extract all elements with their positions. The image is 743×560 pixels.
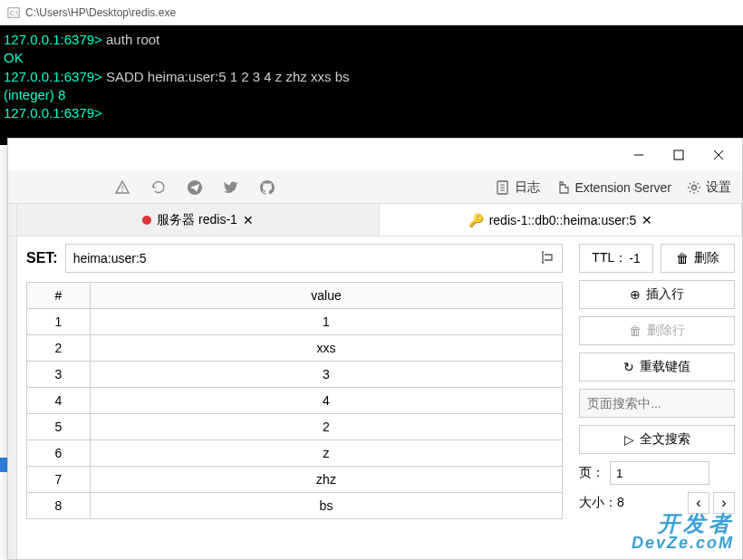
table-row[interactable]: 2xxs: [27, 335, 563, 362]
gear-icon: [686, 179, 702, 196]
tabs-bar: 服务器 redis-1 ✕ 🔑 redis-1::db0::heima:user…: [8, 204, 742, 237]
next-page-button[interactable]: ›: [713, 492, 735, 514]
delete-key-button[interactable]: 🗑 删除: [661, 244, 735, 273]
page-input[interactable]: [610, 461, 709, 485]
terminal-icon: C:\: [7, 6, 20, 19]
table-row[interactable]: 6z: [27, 440, 563, 467]
svg-text:C:\: C:\: [10, 9, 18, 15]
left-gutter: [8, 237, 17, 559]
key-icon: 🔑: [468, 213, 484, 227]
ttl-label: TTL：: [592, 250, 627, 266]
page-row: 页：: [579, 461, 735, 485]
tab-server[interactable]: 服务器 redis-1 ✕: [17, 204, 380, 236]
twitter-icon[interactable]: [223, 179, 239, 196]
svg-point-7: [121, 190, 123, 192]
reload-icon: ↻: [623, 360, 634, 374]
table-row[interactable]: 33: [27, 362, 563, 388]
prev-page-button[interactable]: ‹: [688, 492, 709, 514]
delete-row-button[interactable]: 🗑 删除行: [579, 316, 735, 345]
refresh-icon[interactable]: [150, 179, 167, 196]
terminal-titlebar: C:\ C:\Users\HP\Desktop\redis.exe: [0, 0, 743, 25]
toolbar: 日志 Extension Server 设置: [8, 171, 742, 204]
table-row[interactable]: 7zhz: [27, 467, 563, 493]
tab-server-label: 服务器 redis-1: [157, 212, 237, 228]
table-row[interactable]: 8bs: [27, 493, 563, 519]
key-name-input[interactable]: heima:user:5: [65, 244, 563, 273]
telegram-icon[interactable]: [187, 179, 203, 196]
warning-icon[interactable]: [114, 179, 130, 196]
page-label: 页：: [579, 465, 604, 481]
page-search-input[interactable]: [579, 389, 735, 418]
fulltext-label: 全文搜索: [640, 431, 690, 448]
size-nav-row: 大小：8 ‹ ›: [579, 492, 735, 514]
ttl-value: -1: [629, 251, 640, 266]
content-area: SET: heima:user:5 # value 112xxs3344526z…: [8, 237, 742, 559]
side-panel: TTL： -1 🗑 删除 ⊕ 插入行 🗑 删除行 ↻ 重载键值: [572, 237, 742, 559]
close-icon[interactable]: ✕: [243, 213, 254, 227]
ttl-box[interactable]: TTL： -1: [579, 244, 653, 273]
svg-rect-3: [674, 150, 683, 159]
tabs-left-stub: [8, 204, 17, 236]
tab-key[interactable]: 🔑 redis-1::db0::heima:user:5 ✕: [380, 204, 742, 236]
rename-icon[interactable]: [540, 250, 555, 267]
terminal-window: C:\ C:\Users\HP\Desktop\redis.exe 127.0.…: [0, 0, 743, 145]
reload-label: 重载键值: [640, 359, 690, 375]
extension-label: Extension Server: [574, 180, 671, 195]
terminal-title: C:\Users\HP\Desktop\redis.exe: [25, 6, 176, 19]
size-text: 大小：8: [579, 495, 624, 511]
extension-server-button[interactable]: Extension Server: [555, 179, 671, 196]
svg-point-13: [692, 185, 697, 189]
github-icon[interactable]: [259, 179, 275, 196]
table-row[interactable]: 52: [27, 414, 563, 440]
tab-key-label: redis-1::db0::heima:user:5: [489, 213, 637, 227]
main-panel: SET: heima:user:5 # value 112xxs3344526z…: [17, 237, 572, 559]
insert-label: 插入行: [646, 286, 684, 303]
type-label: SET:: [26, 250, 58, 266]
settings-label: 设置: [706, 179, 731, 196]
settings-button[interactable]: 设置: [686, 179, 731, 196]
play-icon: ▷: [624, 432, 634, 447]
close-icon[interactable]: ✕: [642, 213, 652, 227]
value-table: # value 112xxs3344526z7zhz8bs: [26, 282, 563, 519]
reload-button[interactable]: ↻ 重载键值: [579, 352, 735, 381]
delete-label: 删除: [694, 250, 719, 266]
maximize-button[interactable]: [659, 141, 699, 169]
delete-row-label: 删除行: [647, 323, 685, 339]
terminal-body[interactable]: 127.0.0.1:6379> auth root OK 127.0.0.1:6…: [0, 25, 743, 145]
selection-indicator: [0, 458, 7, 472]
col-index: #: [27, 283, 91, 309]
trash-icon: 🗑: [629, 323, 642, 338]
log-button[interactable]: 日志: [495, 179, 540, 196]
table-body: 112xxs3344526z7zhz8bs: [27, 309, 563, 519]
log-label: 日志: [515, 179, 540, 196]
server-icon: [142, 216, 151, 225]
insert-row-button[interactable]: ⊕ 插入行: [579, 280, 735, 309]
key-name-text: heima:user:5: [73, 251, 147, 266]
window-controls: [8, 139, 742, 171]
fulltext-search-button[interactable]: ▷ 全文搜索: [579, 425, 735, 454]
log-icon: [495, 179, 511, 196]
trash-icon: 🗑: [676, 251, 689, 266]
minimize-button[interactable]: [619, 141, 659, 169]
redis-gui-window: 日志 Extension Server 设置 服务器 redis-1 ✕ 🔑 r…: [7, 138, 743, 560]
table-row[interactable]: 11: [27, 309, 563, 335]
table-row[interactable]: 44: [27, 388, 563, 414]
plus-icon: ⊕: [630, 287, 641, 302]
close-button[interactable]: [699, 141, 738, 169]
extension-icon: [555, 179, 571, 196]
col-value: value: [91, 283, 563, 309]
